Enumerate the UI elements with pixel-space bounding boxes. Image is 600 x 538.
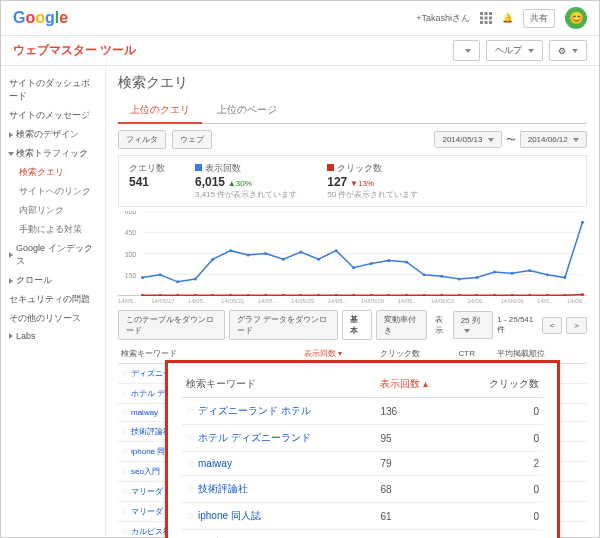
user-link[interactable]: +Takashiさん — [416, 12, 470, 25]
svg-point-68 — [581, 293, 584, 296]
svg-point-21 — [211, 258, 214, 261]
avatar[interactable]: 😊 — [565, 7, 587, 29]
sidebar-item[interactable]: セキュリティの問題 — [7, 290, 99, 309]
star-icon[interactable]: ☆ — [121, 507, 131, 516]
svg-point-41 — [563, 276, 566, 279]
svg-point-35 — [458, 278, 461, 281]
svg-rect-1 — [485, 12, 488, 15]
sidebar-item[interactable]: クロール — [7, 271, 99, 290]
global-header: Google +Takashiさん 🔔 共有 😊 — [1, 1, 599, 36]
star-icon[interactable]: ☆ — [121, 527, 131, 536]
svg-point-25 — [282, 258, 285, 261]
svg-point-30 — [370, 262, 373, 265]
overlay-panel: 検索キーワード 表示回数 ▴ クリック数 ☆ディズニーランド ホテル1360☆ホ… — [165, 360, 560, 538]
sidebar-item[interactable]: サイトのメッセージ — [7, 106, 99, 125]
basic-button[interactable]: 基本 — [342, 310, 372, 340]
svg-point-18 — [159, 273, 162, 276]
sidebar-item[interactable]: 内部リンク — [7, 201, 99, 220]
settings-button[interactable]: ⚙ — [549, 40, 587, 61]
svg-point-38 — [511, 272, 514, 275]
svg-point-43 — [141, 294, 144, 296]
date-to[interactable]: 2014/06/12 — [520, 131, 587, 148]
star-icon[interactable]: ☆ — [121, 467, 131, 476]
sidebar-item[interactable]: サイトのダッシュボード — [7, 74, 99, 106]
apps-icon[interactable] — [480, 12, 492, 24]
google-logo[interactable]: Google — [13, 9, 68, 27]
star-icon[interactable]: ☆ — [186, 458, 198, 469]
svg-point-26 — [299, 251, 302, 254]
svg-point-17 — [141, 276, 144, 279]
svg-point-56 — [370, 294, 373, 296]
star-icon[interactable]: ☆ — [121, 447, 131, 456]
svg-point-47 — [211, 294, 214, 296]
sidebar-item[interactable]: Google インデックス — [7, 239, 99, 271]
site-selector[interactable] — [453, 40, 480, 61]
stat-impressions: 表示回数 6,015 ▲30% 3,415 件が表示されています — [195, 162, 297, 200]
sidebar-item[interactable]: サイトへのリンク — [7, 182, 99, 201]
date-from[interactable]: 2014/05/13 — [434, 131, 501, 148]
line-chart: 150300450600 — [118, 211, 587, 296]
svg-point-32 — [405, 261, 408, 264]
rows-selector[interactable]: 25 列 — [453, 311, 494, 339]
svg-point-29 — [352, 266, 355, 269]
svg-point-57 — [387, 294, 390, 296]
svg-point-48 — [229, 294, 232, 296]
table-row[interactable]: ☆ディズニーランド ホテル1360 — [182, 398, 543, 425]
star-icon[interactable]: ☆ — [121, 408, 131, 417]
bell-icon[interactable]: 🔔 — [502, 13, 513, 23]
svg-text:150: 150 — [125, 272, 137, 279]
svg-rect-0 — [480, 12, 483, 15]
svg-point-64 — [511, 294, 514, 296]
table-row[interactable]: ☆maiway792 — [182, 452, 543, 476]
star-icon[interactable]: ☆ — [121, 369, 131, 378]
star-icon[interactable]: ☆ — [121, 487, 131, 496]
svg-rect-4 — [485, 17, 488, 20]
star-icon[interactable]: ☆ — [121, 427, 131, 436]
sidebar-item[interactable]: 検索トラフィック — [7, 144, 99, 163]
sidebar-item[interactable]: 検索のデザイン — [7, 125, 99, 144]
tabs: 上位のクエリ 上位のページ — [118, 98, 587, 124]
star-icon[interactable]: ☆ — [186, 405, 198, 416]
tab-pages[interactable]: 上位のページ — [205, 98, 289, 122]
svg-rect-8 — [489, 21, 492, 24]
with-change-button[interactable]: 変動率付き — [376, 310, 427, 340]
svg-point-27 — [317, 258, 320, 261]
svg-point-44 — [159, 294, 162, 296]
help-button[interactable]: ヘルプ — [486, 40, 543, 61]
star-icon[interactable]: ☆ — [186, 510, 198, 521]
star-icon[interactable]: ☆ — [186, 483, 198, 494]
svg-point-28 — [335, 249, 338, 252]
share-button[interactable]: 共有 — [523, 9, 555, 28]
tab-queries[interactable]: 上位のクエリ — [118, 98, 202, 124]
table-row[interactable]: ☆iphone 同人誌610 — [182, 503, 543, 530]
svg-rect-2 — [489, 12, 492, 15]
svg-point-60 — [440, 294, 443, 296]
svg-point-37 — [493, 270, 496, 273]
table-row[interactable]: ☆技術評論社680 — [182, 476, 543, 503]
filter-button[interactable]: フィルタ — [118, 130, 166, 149]
prev-page[interactable]: < — [542, 317, 563, 334]
svg-text:600: 600 — [125, 211, 137, 215]
download-table-button[interactable]: このテーブルをダウンロード — [118, 310, 225, 340]
svg-point-23 — [247, 253, 250, 256]
svg-point-24 — [264, 252, 267, 255]
sidebar-item[interactable]: その他のリソース — [7, 309, 99, 328]
svg-point-51 — [282, 294, 285, 296]
sidebar-item[interactable]: Labs — [7, 328, 99, 344]
svg-point-49 — [247, 294, 250, 296]
star-icon[interactable]: ☆ — [186, 432, 198, 443]
svg-point-39 — [528, 269, 531, 272]
table-row[interactable]: ☆seo入門610 — [182, 530, 543, 539]
svg-point-34 — [440, 275, 443, 278]
download-chart-button[interactable]: グラフ データをダウンロード — [229, 310, 338, 340]
ov-col-keyword[interactable]: 検索キーワード — [182, 371, 376, 398]
web-button[interactable]: ウェブ — [172, 130, 212, 149]
sidebar-item[interactable]: 検索クエリ — [7, 163, 99, 182]
ov-col-clicks[interactable]: クリック数 — [458, 371, 543, 398]
table-row[interactable]: ☆ホテル ディズニーランド950 — [182, 425, 543, 452]
star-icon[interactable]: ☆ — [121, 389, 131, 398]
next-page[interactable]: > — [566, 317, 587, 334]
pager-label: 1 - 25/541 件 — [497, 315, 537, 335]
ov-col-impressions[interactable]: 表示回数 ▴ — [376, 371, 458, 398]
sidebar-item[interactable]: 手動による対策 — [7, 220, 99, 239]
